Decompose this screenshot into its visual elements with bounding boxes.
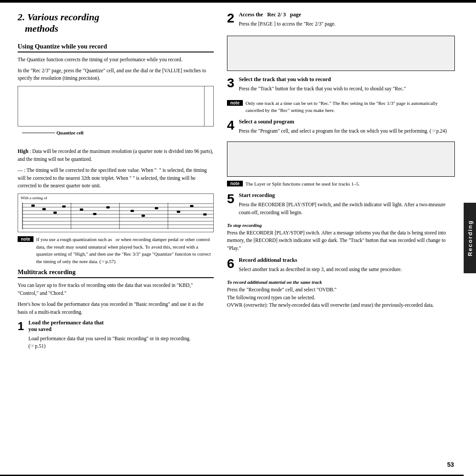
quantize-cell-label-container: Quantize cell [22,130,214,135]
step-1-block: 1 Load the performance data thatyou save… [18,320,214,354]
step-5-sub-heading: To stop recording [227,223,455,228]
quantize-cell-label: Quantize cell [56,130,83,135]
subsection-multitrack-heading: Multitrack recording [18,268,214,278]
svg-rect-17 [80,208,83,211]
note-badge-3: note [227,100,243,106]
svg-rect-25 [203,213,207,216]
svg-rect-14 [42,208,46,210]
step-6-sub-heading: To record additional material on the sam… [227,279,455,285]
note-badge-4: note [227,181,243,186]
multitrack-para2: Here's how to load the performance data … [18,301,214,316]
step-1-content: Load the performance data thatyou saved … [28,320,213,354]
step-1-number: 1 [18,320,24,332]
note-step3-text: Only one track at a time can be set to "… [245,100,455,114]
step-6-sub-body: Press the "Recording mode" cell, and sel… [227,286,455,309]
step-2-heading: Access the Rec 2/ 3 page [239,11,455,18]
step-3-content: Select the track that you wish to record… [239,76,455,96]
right-column: 2 Access the Rec 2/ 3 page Press the [PA… [223,11,464,472]
step-6-block: 6 Record additional tracks Select anothe… [227,257,455,277]
staff-diagram: With a setting of [18,193,214,232]
step-3-heading: Select the track that you wish to record [239,76,455,83]
note-quantize-text: If you use a rough quantization such as … [36,236,214,265]
high-label: High [18,149,28,154]
step-6-heading: Record additional tracks [239,257,455,264]
main-content: 2. Various recording methods Using Quant… [0,3,464,476]
step-6-content: Record additional tracks Select another … [239,257,455,277]
svg-rect-16 [62,205,66,208]
right-sidebar-tab: Recording [464,203,476,273]
step-5-number: 5 [227,192,234,205]
quantize-high-text: High : Data will be recorded at the maxi… [18,148,214,164]
quantize-dash-text: — : The timing will be corrected to the … [18,167,214,190]
quantize-screen-area: Quantize cell [18,86,214,135]
staff-svg [18,194,213,232]
step-5-body: Press the RECORDER [PLAY/STOP] switch, a… [239,201,455,217]
svg-rect-20 [130,210,134,212]
step-5-heading: Start recording [239,192,455,199]
step-5-content: Start recording Press the RECORDER [PLAY… [239,192,455,220]
step-4-block: 4 Select a sound program Press the "Prog… [227,119,455,138]
note-step3: note Only one track at a time can be set… [227,100,455,114]
step-6-body: Select another track as described in ste… [239,266,455,274]
note-badge-1: note [18,236,33,242]
svg-rect-13 [31,205,35,207]
svg-rect-23 [177,211,180,213]
quantize-para1: The Quantize function corrects the timin… [18,56,214,64]
step-2-block: 2 Access the Rec 2/ 3 page Press the [PA… [227,11,455,31]
step-4-screen [227,141,455,177]
subsection-multitrack: Multitrack recording You can layer up to… [18,268,214,353]
step-5-block: 5 Start recording Press the RECORDER [PL… [227,192,455,220]
svg-rect-15 [53,212,57,214]
quantize-screen-box [18,86,214,126]
svg-rect-22 [155,207,158,209]
step-4-number: 4 [227,119,234,132]
step-5-sub-body: Press the RECORDER [PLAY/STOP] switch. A… [227,229,455,253]
step-2-content: Access the Rec 2/ 3 page Press the [PAGE… [239,11,455,31]
step-4-body: Press the "Program" cell, and select a p… [239,127,455,135]
page: Recording 2. Various recording methods U… [0,0,476,476]
sidebar-tab-label: Recording [467,220,473,256]
step-3-block: 3 Select the track that you wish to reco… [227,76,455,96]
quantize-vline [204,86,205,126]
svg-rect-19 [106,206,110,208]
page-number: 53 [447,461,454,468]
step-6-number: 6 [227,257,234,270]
multitrack-para1: You can layer up to five tracks of recor… [18,282,214,298]
note-step4-text: The Layer or Split functions cannot be u… [245,180,360,188]
step-2-body: Press the [PAGE ] to access the "Rec 2/3… [239,20,455,28]
step-1-heading: Load the performance data thatyou saved [28,320,213,333]
step-3-body: Press the "Track" button for the track t… [239,85,455,93]
note-step4: note The Layer or Split functions cannot… [227,180,455,188]
section-title: 2. Various recording methods [18,11,214,35]
step-4-heading: Select a sound program [239,119,455,125]
svg-rect-24 [190,205,193,207]
svg-rect-21 [141,215,145,217]
step-1-body: Load performance data that you saved in … [28,335,213,351]
step-2-number: 2 [227,11,234,25]
subsection-quantize-heading: Using Quantize while you record [18,43,214,52]
step-3-number: 3 [227,76,234,89]
svg-rect-18 [93,213,97,215]
step-2-screen [227,36,455,71]
quantize-label-line [22,133,55,133]
subsection-quantize: Using Quantize while you record The Quan… [18,43,214,265]
left-column: 2. Various recording methods Using Quant… [0,11,223,472]
note-quantize: note If you use a rough quantization suc… [18,236,214,265]
step-4-content: Select a sound program Press the "Progra… [239,119,455,138]
quantize-para2: In the "Rec 2/3" page, press the "Quanti… [18,67,214,83]
